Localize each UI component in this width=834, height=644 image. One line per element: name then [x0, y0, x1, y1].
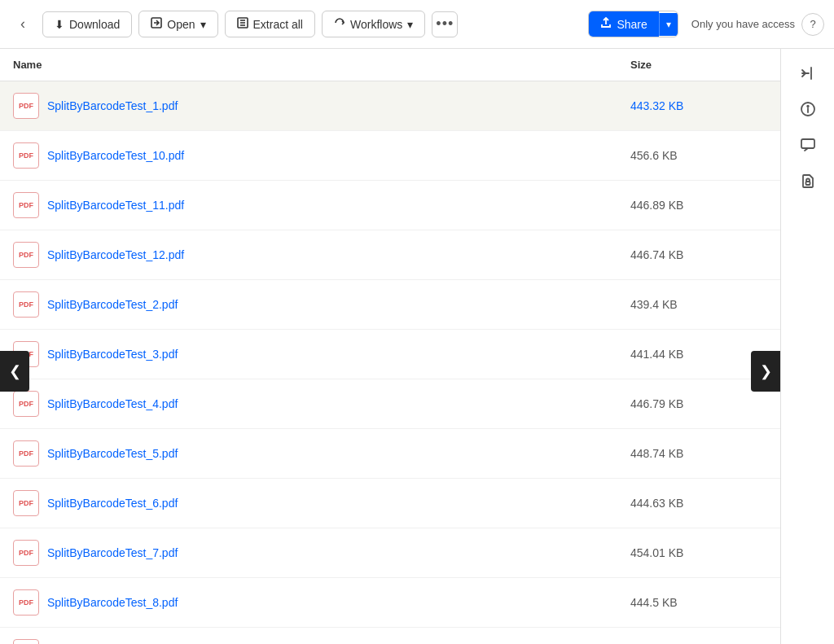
file-size: 446.79 KB: [630, 397, 683, 410]
file-size-cell: 446.74 KB: [617, 230, 780, 280]
right-arrow-icon: ❯: [760, 362, 772, 380]
file-name-cell: PDF SplitByBarcodeTest_2.pdf: [0, 280, 617, 330]
file-permissions-button[interactable]: [793, 166, 823, 195]
pdf-badge: PDF: [13, 391, 39, 417]
download-icon: ⬇: [55, 18, 64, 31]
file-name-cell: PDF SplitByBarcodeTest_7.pdf: [0, 528, 617, 578]
file-name-cell: PDF SplitByBarcodeTest_12.pdf: [0, 230, 617, 280]
share-button[interactable]: Share: [589, 11, 658, 37]
file-size-cell: 439.4 KB: [617, 280, 780, 330]
file-size: 441.44 KB: [630, 348, 683, 361]
info-button[interactable]: [793, 94, 823, 124]
table-row[interactable]: PDF SplitByBarcodeTest_10.pdf 456.6 KB: [0, 131, 780, 181]
file-name-cell: PDF SplitByBarcodeTest_3.pdf: [0, 330, 617, 379]
file-size-cell: 443.32 KB: [617, 81, 780, 131]
table-row[interactable]: PDF SplitByBarcodeTest_1.pdf 443.32 KB: [0, 81, 780, 131]
table-row[interactable]: PDF SplitByBarcodeTest_2.pdf 439.4 KB: [0, 280, 780, 330]
file-link[interactable]: SplitByBarcodeTest_6.pdf: [47, 497, 178, 510]
table-row[interactable]: PDF SplitByBarcodeTest_3.pdf 441.44 KB: [0, 330, 780, 379]
file-link[interactable]: SplitByBarcodeTest_5.pdf: [47, 447, 178, 460]
workflows-arrow-icon: ▾: [407, 18, 413, 31]
workflows-icon: [334, 17, 345, 31]
file-link[interactable]: SplitByBarcodeTest_10.pdf: [47, 149, 184, 162]
pdf-badge: PDF: [13, 639, 39, 644]
share-button-group: Share ▾: [588, 11, 678, 37]
comments-button[interactable]: [793, 130, 823, 160]
svg-rect-5: [801, 139, 814, 148]
main-container: ❮ Name Size PDF SplitByBarcodeTest_1.pdf…: [0, 49, 834, 644]
file-name-cell: PDF SplitByBarcodeTest_10.pdf: [0, 131, 617, 181]
share-label: Share: [617, 18, 647, 31]
workflows-button[interactable]: Workflows ▾: [322, 11, 425, 37]
file-size: 446.74 KB: [630, 248, 683, 261]
file-link[interactable]: SplitByBarcodeTest_2.pdf: [47, 298, 178, 311]
back-button[interactable]: ‹: [10, 11, 36, 37]
table-row[interactable]: PDF SplitByBarcodeTest_5.pdf 448.74 KB: [0, 429, 780, 479]
table-row[interactable]: PDF SplitByBarcodeTest_11.pdf 446.89 KB: [0, 181, 780, 230]
file-size: 443.32 KB: [630, 99, 683, 112]
more-options-button[interactable]: •••: [432, 11, 458, 37]
file-size-cell: 446.89 KB: [617, 181, 780, 230]
file-name-cell: PDF SplitByBarcodeTest_11.pdf: [0, 181, 617, 230]
size-column-header: Size: [617, 49, 780, 81]
file-lock-icon: [800, 173, 816, 189]
share-dropdown-button[interactable]: ▾: [659, 13, 678, 36]
table-row[interactable]: PDF SplitByBarcodeTest_7.pdf 454.01 KB: [0, 528, 780, 578]
more-icon: •••: [436, 15, 454, 33]
share-icon: [600, 17, 612, 31]
download-button[interactable]: ⬇ Download: [42, 11, 132, 37]
file-link[interactable]: SplitByBarcodeTest_1.pdf: [47, 99, 178, 112]
next-file-button[interactable]: ❯: [751, 351, 780, 392]
back-icon: ‹: [20, 15, 25, 33]
file-link[interactable]: SplitByBarcodeTest_7.pdf: [47, 546, 178, 559]
pdf-badge: PDF: [13, 589, 39, 616]
table-row[interactable]: PDF SplitByBarcodeTest_6.pdf 444.63 KB: [0, 479, 780, 528]
collapse-icon: [800, 65, 816, 81]
access-status: Only you have access: [691, 18, 795, 30]
help-button[interactable]: ?: [801, 13, 824, 36]
file-size: 444.5 KB: [630, 596, 678, 609]
open-button[interactable]: Open ▾: [138, 11, 217, 37]
table-row[interactable]: PDF SplitByBarcodeTest_8.pdf 444.5 KB: [0, 578, 780, 628]
file-link[interactable]: SplitByBarcodeTest_8.pdf: [47, 596, 178, 609]
file-link[interactable]: SplitByBarcodeTest_12.pdf: [47, 248, 184, 261]
file-list-area: Name Size PDF SplitByBarcodeTest_1.pdf 4…: [0, 49, 780, 644]
collapse-panel-button[interactable]: [793, 59, 823, 88]
file-size: 454.01 KB: [630, 546, 683, 559]
file-size-cell: 448.74 KB: [617, 429, 780, 479]
file-size-cell: 444.5 KB: [617, 578, 780, 628]
file-name-cell: PDF SplitByBarcodeTest_6.pdf: [0, 479, 617, 528]
svg-point-4: [807, 106, 809, 107]
file-size: 439.4 KB: [630, 298, 678, 311]
info-icon: [800, 101, 816, 117]
pdf-badge: PDF: [13, 440, 39, 467]
file-link[interactable]: SplitByBarcodeTest_4.pdf: [47, 397, 178, 410]
pdf-badge: PDF: [13, 490, 39, 516]
pdf-badge: PDF: [13, 242, 39, 268]
file-link[interactable]: SplitByBarcodeTest_3.pdf: [47, 348, 178, 361]
file-name-cell: PDF SplitByBarcodeTest_1.pdf: [0, 81, 617, 131]
pdf-badge: PDF: [13, 192, 39, 218]
table-row[interactable]: PDF SplitByBarcodeTest_4.pdf 446.79 KB: [0, 379, 780, 429]
help-icon: ?: [810, 18, 815, 30]
extract-all-button[interactable]: Extract all: [225, 11, 315, 37]
file-size-cell: 449.25 KB: [617, 628, 780, 645]
toolbar: ‹ ⬇ Download Open ▾ Extract all: [0, 0, 834, 49]
open-label: Open: [167, 18, 195, 31]
table-header-row: Name Size: [0, 49, 780, 81]
prev-file-button[interactable]: ❮: [0, 351, 29, 392]
left-arrow-icon: ❮: [9, 362, 21, 380]
right-sidebar: [780, 49, 834, 644]
pdf-badge: PDF: [13, 291, 39, 318]
file-size-cell: 454.01 KB: [617, 528, 780, 578]
file-size: 448.74 KB: [630, 447, 683, 460]
file-size: 456.6 KB: [630, 149, 678, 162]
pdf-badge: PDF: [13, 540, 39, 566]
pdf-badge: PDF: [13, 142, 39, 169]
extract-label: Extract all: [253, 18, 303, 31]
table-row[interactable]: PDF SplitByBarcodeTest_9.pdf 449.25 KB: [0, 628, 780, 645]
file-link[interactable]: SplitByBarcodeTest_11.pdf: [47, 199, 184, 212]
workflows-label: Workflows: [350, 18, 402, 31]
file-name-cell: PDF SplitByBarcodeTest_4.pdf: [0, 379, 617, 429]
table-row[interactable]: PDF SplitByBarcodeTest_12.pdf 446.74 KB: [0, 230, 780, 280]
